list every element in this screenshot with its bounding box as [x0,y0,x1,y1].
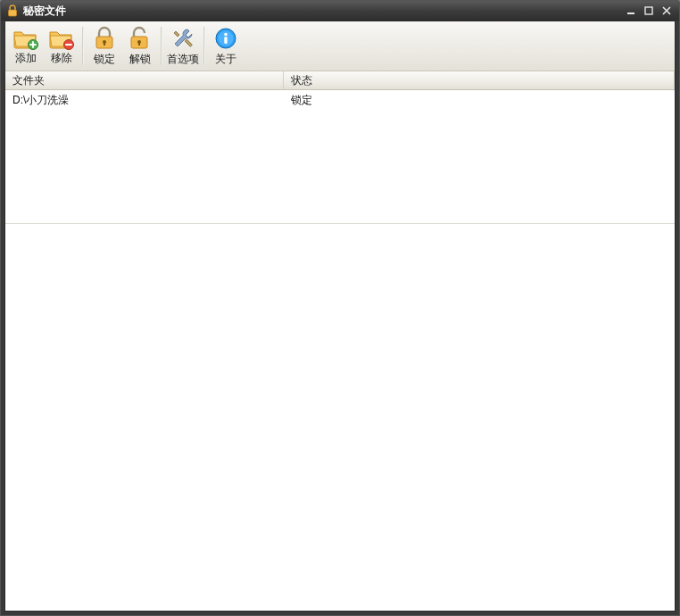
toolbar: 添加 移除 [5,21,675,71]
file-list[interactable]: D:\小刀洗澡 锁定 [5,90,675,224]
svg-rect-7 [104,42,105,46]
title-bar[interactable]: 秘密文件 [1,1,679,21]
info-icon [211,26,240,51]
tools-icon [169,26,197,51]
column-header-status[interactable]: 状态 [284,71,675,89]
preferences-label: 首选项 [167,52,199,67]
svg-rect-15 [224,37,227,44]
column-header-folder[interactable]: 文件夹 [5,71,284,89]
preferences-button[interactable]: 首选项 [165,23,201,69]
table-row[interactable]: D:\小刀洗澡 锁定 [5,90,675,111]
about-button[interactable]: 关于 [208,23,244,69]
remove-button[interactable]: 移除 [44,23,79,69]
toolbar-separator [203,27,205,65]
client-area: 添加 移除 [4,21,676,612]
svg-rect-2 [645,7,652,14]
lock-label: 锁定 [94,52,115,67]
cell-status: 锁定 [284,93,675,108]
column-folder-label: 文件夹 [12,73,45,88]
app-lock-icon [6,4,19,17]
folder-remove-icon [47,26,76,50]
app-window: 秘密文件 [0,0,680,616]
lock-icon [90,26,119,51]
minimize-button[interactable] [624,4,638,17]
window-title: 秘密文件 [23,4,624,19]
column-headers: 文件夹 状态 [5,71,675,90]
unlock-button[interactable]: 解锁 [122,23,158,69]
svg-rect-0 [9,10,17,16]
unlock-icon [126,26,154,51]
folder-add-icon [12,26,40,50]
add-label: 添加 [15,51,37,66]
svg-rect-10 [138,42,140,46]
remove-label: 移除 [51,51,72,66]
add-button[interactable]: 添加 [8,23,44,69]
lock-button[interactable]: 锁定 [87,23,122,69]
maximize-button[interactable] [642,4,656,17]
about-label: 关于 [215,52,236,67]
svg-point-14 [224,32,228,36]
close-button[interactable] [659,4,674,17]
svg-rect-1 [627,12,634,14]
window-controls [624,4,674,17]
toolbar-separator [161,27,162,65]
blank-area [5,224,675,611]
cell-folder: D:\小刀洗澡 [5,93,284,108]
svg-rect-11 [185,38,192,46]
toolbar-separator [82,27,84,65]
unlock-label: 解锁 [129,52,151,67]
column-status-label: 状态 [291,73,312,88]
